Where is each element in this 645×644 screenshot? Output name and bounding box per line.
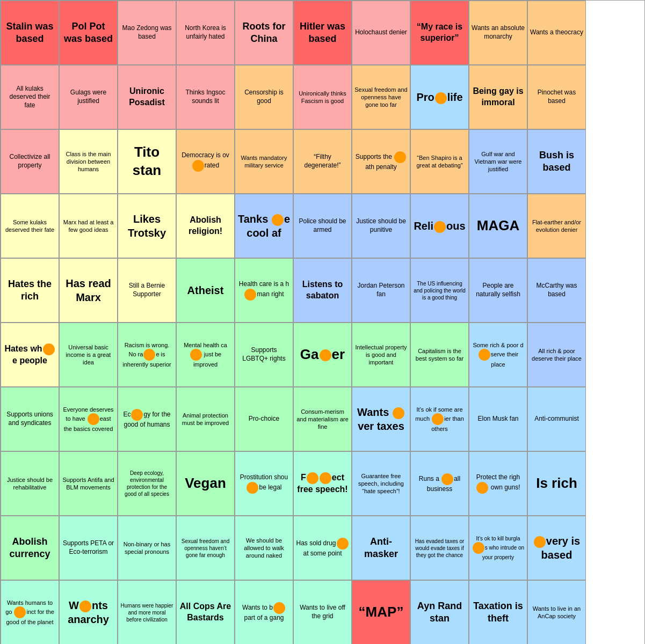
cell-r2c5: “Filthy degenerate!” (293, 129, 352, 194)
cell-text-r7c8: Protect the righ own guns! (472, 473, 525, 494)
cell-text-r3c6: Justice should be punitive (354, 217, 408, 234)
cell-r6c7: It’s ok if some are much ier than others (410, 387, 469, 451)
cell-r5c8: Some rich & poor dserve their place (469, 323, 527, 387)
cell-text-r5c1: Universal basic income is a great idea (62, 343, 115, 367)
cell-r4c5: Listens to sabaton (293, 258, 352, 323)
cell-r1c5: Unironically thinks Fascism is good (293, 65, 352, 129)
cell-text-r9c4: Wants to b part of a gang (237, 602, 291, 623)
cell-text-r8c0: Abolish currency (3, 536, 56, 561)
cell-text-r3c0: Some kulaks deserved their fate (3, 218, 56, 234)
cell-r2c7: “Ben Shapiro is a great at debating” (410, 129, 469, 194)
cell-text-r3c8: MAGA (477, 217, 519, 235)
cell-text-r7c6: Guarantee free speech, including “hate s… (354, 472, 408, 495)
cell-r9c3: All Cops Are Bastards (176, 580, 235, 644)
cell-r8c7: Has evaded taxes or would evade taxes if… (410, 516, 469, 580)
cell-r8c10 (586, 516, 644, 580)
cell-r8c3: Sexual freedom and openness haven’t gone… (176, 516, 235, 580)
cell-r4c6: Jordan Peterson fan (352, 258, 410, 323)
cell-text-r1c7: Prolife (416, 90, 462, 104)
cell-r8c5: Has sold drug at some point (293, 516, 352, 580)
cell-r1c0: All kulaks deserved their fate (1, 65, 59, 129)
cell-r1c4: Censorship is good (235, 65, 293, 129)
cell-r3c4: Tanks e cool af (235, 194, 293, 258)
cell-text-r0c5: Hitler was based (296, 20, 349, 46)
cell-text-r4c0: Hates the rich (3, 278, 56, 303)
cell-text-r6c5: Consum-merism and materialism are fine (296, 408, 349, 431)
cell-r5c7: Capitalism is the best system so far (410, 323, 469, 387)
cell-r4c1: Has read Marx (59, 258, 118, 323)
cell-text-r0c6: Holochaust denier (355, 28, 407, 37)
cell-text-r8c5: Has sold drug at some point (296, 538, 349, 558)
cell-text-r6c0: Supports unions and syndicates (3, 411, 56, 427)
cell-text-r6c3: Animal protection must be improved (179, 412, 232, 427)
cell-text-r2c4: Wants mandatory military service (237, 154, 291, 170)
cell-r3c3: Abolish religion! (176, 194, 235, 258)
cell-text-r4c4: Health care is a hman right (237, 280, 291, 301)
cell-text-r5c9: All rich & poor deserve their place (530, 347, 583, 363)
cell-text-r8c6: Anti-masker (354, 536, 408, 561)
cell-r2c3: Democracy is ovrated (176, 129, 235, 194)
cell-r4c9: McCarthy was based (527, 258, 586, 323)
cell-r7c7: Runs a all business (410, 451, 469, 516)
cell-r7c3: Vegan (176, 451, 235, 516)
cell-text-r6c2: Ecgy for the good of humans (120, 409, 173, 429)
cell-text-r8c2: Non-binary or has special pronouns (120, 540, 173, 556)
cell-r4c2: Still a Bernie Supporter (118, 258, 176, 323)
cell-r5c5: Gaer (293, 323, 352, 387)
cell-text-r2c1: Class is the main division between human… (62, 150, 115, 173)
cell-r0c2: Mao Zedong was based (118, 1, 176, 65)
cell-r3c1: Marx had at least a few good ideas (59, 194, 118, 258)
cell-r9c10 (586, 580, 644, 644)
cell-text-r3c7: Relious (414, 219, 465, 233)
cell-text-r7c7: Runs a all business (413, 473, 466, 494)
cell-text-r9c8: Taxation is theft (472, 600, 525, 625)
cell-r1c8: Being gay is immoral (469, 65, 527, 129)
cell-text-r6c6: Wants ver taxes (354, 405, 408, 433)
cell-text-r5c3: Mental health ca just be improved (179, 341, 232, 369)
cell-text-r0c9: Wants a theocracy (530, 28, 583, 37)
cell-r5c2: Racism is wrong. No rae is inherently su… (118, 323, 176, 387)
cell-r2c1: Class is the main division between human… (59, 129, 118, 194)
cell-text-r4c6: Jordan Peterson fan (354, 282, 408, 298)
cell-text-r2c6: Supports the ath penalty (354, 151, 408, 172)
cell-r0c6: Holochaust denier (352, 1, 410, 65)
cell-text-r7c0: Justice should be rehabilitative (3, 476, 56, 492)
cell-text-r0c8: Wants an absolute monarchy (472, 24, 525, 41)
cell-text-r6c4: Pro-choice (249, 415, 279, 423)
cell-r6c8: Elon Musk fan (469, 387, 527, 451)
cell-r9c5: Wants to live off the grid (293, 580, 352, 644)
cell-text-r5c6: Intellectual property is good and import… (354, 343, 408, 367)
cell-r0c8: Wants an absolute monarchy (469, 1, 527, 65)
cell-r5c3: Mental health ca just be improved (176, 323, 235, 387)
cell-r8c2: Non-binary or has special pronouns (118, 516, 176, 580)
cell-r0c0: Stalin was based (1, 1, 59, 65)
cell-r2c9: Bush is based (527, 129, 586, 194)
cell-r7c0: Justice should be rehabilitative (1, 451, 59, 516)
cell-text-r3c2: Likes Trotsky (120, 212, 173, 240)
cell-r1c10 (586, 65, 644, 129)
cell-text-r3c4: Tanks e cool af (237, 212, 291, 240)
cell-text-r0c7: “My race is superior” (413, 21, 466, 44)
cell-r3c8: MAGA (469, 194, 527, 258)
cell-r7c10 (586, 451, 644, 516)
cell-r1c1: Gulags were justified (59, 65, 118, 129)
cell-text-r9c7: Ayn Rand stan (413, 600, 466, 625)
cell-r8c4: We should be allowed to walk around nake… (235, 516, 293, 580)
cell-text-r2c0: Collectivize all property (3, 153, 56, 170)
cell-r2c10 (586, 129, 644, 194)
cell-r6c6: Wants ver taxes (352, 387, 410, 451)
cell-text-r6c7: It’s ok if some are much ier than others (413, 406, 466, 433)
cell-r5c9: All rich & poor deserve their place (527, 323, 586, 387)
cell-r3c9: Flat-earther and/or evolution denier (527, 194, 586, 258)
cell-r3c6: Justice should be punitive (352, 194, 410, 258)
cell-r4c3: Atheist (176, 258, 235, 323)
cell-text-r7c3: Vegan (185, 474, 226, 493)
cell-text-r1c4: Censorship is good (237, 89, 291, 105)
cell-text-r8c9: very is based (530, 534, 583, 562)
cell-r7c1: Supports Antifa and BLM movements (59, 451, 118, 516)
cell-r9c4: Wants to b part of a gang (235, 580, 293, 644)
cell-text-r9c6: “MAP” (359, 603, 404, 621)
cell-text-r8c3: Sexual freedom and openness haven’t gone… (179, 538, 232, 559)
cell-text-r9c5: Wants to live off the grid (296, 604, 349, 620)
cell-r0c4: Roots for China (235, 1, 293, 65)
